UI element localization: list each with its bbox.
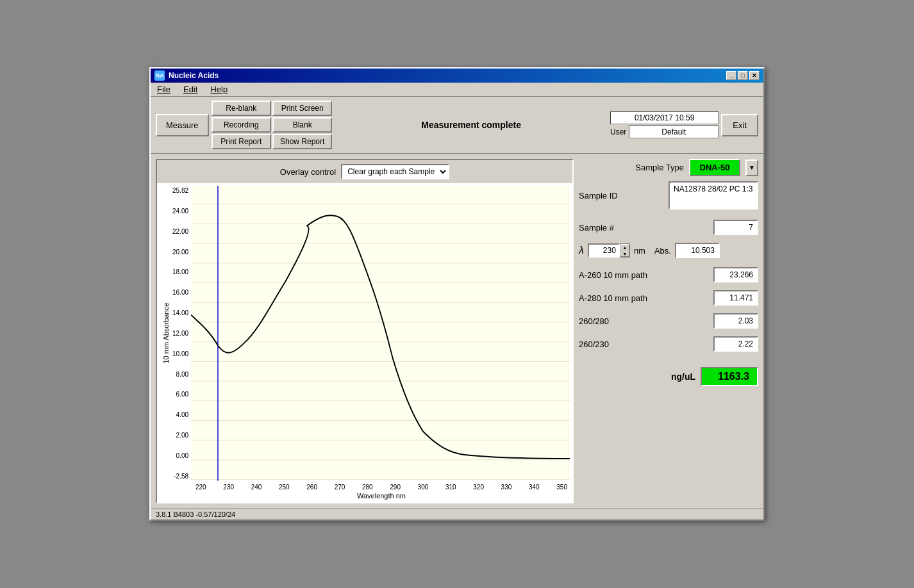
graph-container: 10 mm Absorbance 25.82 24.00 22.00 20.00… xyxy=(157,183,572,484)
ratio260-280-value: 2.03 xyxy=(713,313,758,329)
chart-svg[interactable] xyxy=(191,186,570,481)
y-axis-label: 10 mm Absorbance xyxy=(160,186,172,481)
main-content: Overlay control Clear graph each Sample … xyxy=(151,154,763,509)
datetime-display: 01/03/2017 10:59 xyxy=(610,111,719,124)
user-label: User xyxy=(610,127,626,136)
app-icon: NA xyxy=(154,70,165,81)
menu-edit[interactable]: Edit xyxy=(181,84,200,95)
show-report-button[interactable]: Show Report xyxy=(272,134,332,149)
main-window: NA Nucleic Acids _ □ ✕ File Edit Help Me… xyxy=(149,67,765,521)
a280-row: A-280 10 mm path 11.471 xyxy=(579,290,758,306)
status-section: Measurement complete xyxy=(335,120,608,130)
print-screen-button[interactable]: Print Screen xyxy=(272,101,332,116)
lambda-value[interactable]: 230 xyxy=(588,243,620,257)
overlay-control: Overlay control Clear graph each Sample xyxy=(157,160,572,183)
sample-num-value: 7 xyxy=(713,220,758,235)
lambda-up-arrow[interactable]: ▲ xyxy=(620,244,629,250)
minimize-button[interactable]: _ xyxy=(726,71,736,80)
sample-id-label: Sample ID xyxy=(579,191,618,200)
lambda-spinner[interactable]: 230 ▲ ▼ xyxy=(588,243,630,257)
toolbar: Measure Re-blank Print Screen Recording … xyxy=(151,97,763,154)
a260-value: 23.266 xyxy=(713,267,758,282)
overlay-label: Overlay control xyxy=(280,167,336,177)
x-ticks: 220 230 240 250 260 270 280 290 300 310 … xyxy=(195,484,567,491)
status-bar: 3.8.1 B4803 -0.57/120/24 xyxy=(151,509,763,519)
sample-num-label: Sample # xyxy=(579,223,614,233)
ng-ul-label: ng/uL xyxy=(671,372,695,382)
abs-label: Abs. xyxy=(654,246,671,256)
svg-rect-0 xyxy=(191,186,570,481)
lambda-down-arrow[interactable]: ▼ xyxy=(620,250,629,257)
menu-file[interactable]: File xyxy=(154,84,173,95)
button-group-1: Re-blank Print Screen Recording Blank Pr… xyxy=(212,101,333,149)
sample-type-button[interactable]: DNA-50 xyxy=(689,159,740,176)
recording-button[interactable]: Recording xyxy=(212,117,271,133)
overlay-select[interactable]: Clear graph each Sample xyxy=(341,164,449,179)
x-axis-label: Wavelength nm xyxy=(357,492,406,500)
nm-label: nm xyxy=(634,246,645,256)
title-controls: _ □ ✕ xyxy=(726,71,760,80)
blank-button[interactable]: Blank xyxy=(272,117,332,133)
sample-type-dropdown[interactable]: ▼ xyxy=(745,159,758,176)
user-row: User Default xyxy=(610,126,719,138)
close-button[interactable]: ✕ xyxy=(749,71,760,80)
sample-type-label: Sample Type xyxy=(635,163,684,172)
measure-button[interactable]: Measure xyxy=(156,114,209,136)
right-panel: Sample Type DNA-50 ▼ Sample ID NA12878 2… xyxy=(579,159,758,503)
maximize-button[interactable]: □ xyxy=(738,71,748,80)
ng-ul-value: 1163.3 xyxy=(701,367,758,386)
ratio260-280-label: 260/280 xyxy=(579,316,609,326)
x-axis-area: 220 230 240 250 260 270 280 290 300 310 … xyxy=(157,484,572,502)
sample-id-row: Sample ID NA12878 28/02 PC 1:3 xyxy=(579,181,758,209)
version-info: 3.8.1 B4803 -0.57/120/24 xyxy=(156,510,235,518)
menu-help[interactable]: Help xyxy=(208,84,230,95)
ratio260-230-value: 2.22 xyxy=(713,336,758,352)
abs-value: 10.503 xyxy=(675,243,720,258)
print-report-button[interactable]: Print Report xyxy=(212,134,271,149)
user-display: Default xyxy=(629,126,719,138)
ratio260-230-row: 260/230 2.22 xyxy=(579,336,758,352)
menubar: File Edit Help xyxy=(151,83,763,97)
title-bar-left: NA Nucleic Acids xyxy=(154,70,219,81)
datetime-section: 01/03/2017 10:59 User Default xyxy=(610,111,719,138)
sample-type-row: Sample Type DNA-50 ▼ xyxy=(579,159,758,176)
y-axis-ticks: 25.82 24.00 22.00 20.00 18.00 16.00 14.0… xyxy=(172,186,191,481)
ng-ul-section: ng/uL 1163.3 xyxy=(579,367,758,386)
measurement-status: Measurement complete xyxy=(421,120,521,130)
ratio260-280-row: 260/280 2.03 xyxy=(579,313,758,329)
lambda-arrows: ▲ ▼ xyxy=(620,243,630,257)
title-bar: NA Nucleic Acids _ □ ✕ xyxy=(151,69,763,83)
chart-area: Overlay control Clear graph each Sample … xyxy=(156,159,574,503)
a260-row: A-260 10 mm path 23.266 xyxy=(579,267,758,282)
a280-label: A-280 10 mm path xyxy=(579,293,647,303)
a260-label: A-260 10 mm path xyxy=(579,270,647,280)
sample-id-value[interactable]: NA12878 28/02 PC 1:3 xyxy=(669,181,758,209)
ratio260-230-label: 260/230 xyxy=(579,339,609,349)
window-title: Nucleic Acids xyxy=(169,71,219,80)
reblank-button[interactable]: Re-blank xyxy=(212,101,271,116)
exit-button[interactable]: Exit xyxy=(721,114,758,136)
sample-num-row: Sample # 7 xyxy=(579,220,758,235)
lambda-symbol: λ xyxy=(579,245,584,256)
lambda-row: λ 230 ▲ ▼ nm Abs. 10.503 xyxy=(579,243,758,258)
a280-value: 11.471 xyxy=(713,290,758,306)
sample-id-section: Sample ID NA12878 28/02 PC 1:3 xyxy=(579,181,758,209)
